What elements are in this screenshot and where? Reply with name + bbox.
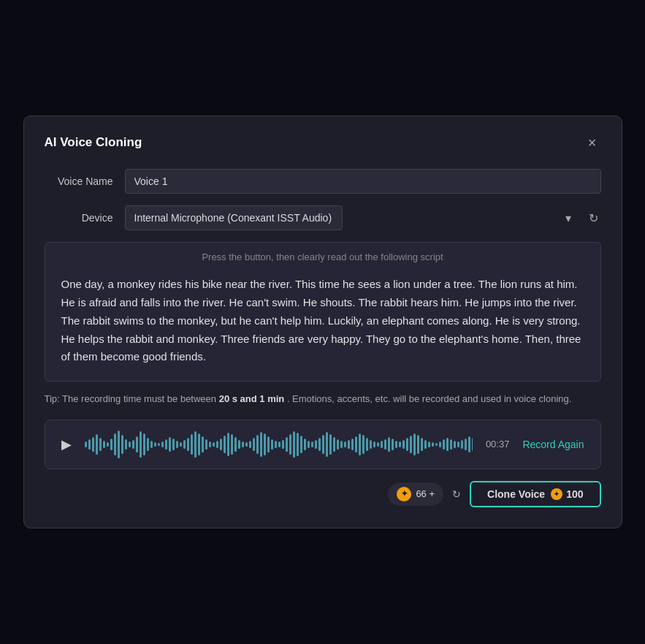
device-controls: Internal Microphone (Conexant ISST Audio…	[125, 205, 601, 230]
tip-prefix: Tip: The recording time must be between	[45, 393, 219, 404]
dialog-footer: ✦ 66 + ↻ Clone Voice ✦ 100	[45, 481, 601, 507]
voice-name-label: Voice Name	[45, 175, 125, 187]
coin-icon: ✦	[397, 487, 411, 501]
cost-icon: ✦	[551, 488, 562, 500]
time-label: 00:37	[483, 439, 509, 450]
play-button[interactable]: ▶	[58, 436, 75, 452]
refresh-device-button[interactable]: ↻	[586, 208, 601, 228]
device-select-wrapper: Internal Microphone (Conexant ISST Audio…	[125, 205, 579, 230]
tip-text: Tip: The recording time must be between …	[45, 392, 601, 406]
close-button[interactable]: ×	[584, 134, 601, 151]
dialog-header: AI Voice Cloning ×	[45, 134, 601, 151]
device-select[interactable]: Internal Microphone (Conexant ISST Audio…	[125, 205, 343, 230]
clone-voice-button[interactable]: Clone Voice ✦ 100	[470, 481, 600, 507]
tip-bold: 20 s and 1 min	[219, 393, 285, 404]
refresh-coins-button[interactable]: ↻	[452, 488, 461, 500]
voice-name-input[interactable]	[125, 169, 601, 194]
voice-name-row: Voice Name	[45, 169, 601, 194]
clone-voice-label: Clone Voice	[487, 488, 545, 500]
script-hint: Press the button, then clearly read out …	[45, 243, 600, 268]
script-container: Press the button, then clearly read out …	[45, 242, 601, 382]
dialog-title: AI Voice Cloning	[45, 135, 142, 150]
clone-cost: ✦ 100	[551, 488, 583, 500]
player-row: ▶ 00:37 Record Again	[45, 420, 601, 469]
tip-suffix: . Emotions, accents, etc. will be record…	[284, 393, 571, 404]
device-label: Device	[45, 212, 125, 224]
script-text: One day, a monkey rides his bike near th…	[45, 268, 600, 381]
coins-badge: ✦ 66 +	[388, 482, 443, 506]
device-row: Device Internal Microphone (Conexant ISS…	[45, 205, 601, 230]
record-again-button[interactable]: Record Again	[519, 439, 587, 450]
clone-cost-value: 100	[566, 488, 583, 500]
ai-voice-cloning-dialog: AI Voice Cloning × Voice Name Device Int…	[23, 115, 622, 528]
coins-amount: 66 +	[416, 488, 435, 499]
waveform	[85, 431, 473, 458]
